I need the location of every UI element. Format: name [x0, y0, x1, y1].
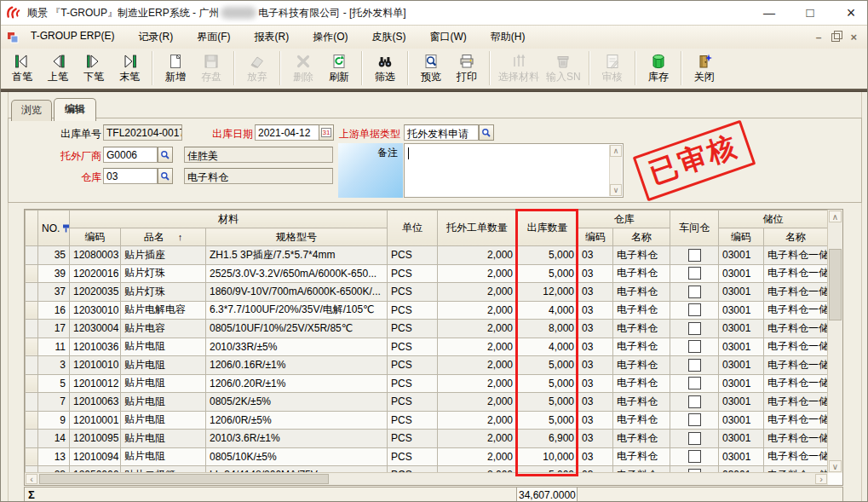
col-header-loc-name[interactable]: 名称	[764, 228, 828, 246]
cell-out_qty: 10,000	[517, 447, 578, 466]
menu-item-3[interactable]: 报表(R)	[250, 28, 292, 46]
table-row[interactable]: 1412010095贴片电阻2010/3.6R/±1%PCS2,0006,900…	[26, 430, 828, 448]
toolbar-button-next-record[interactable]: 下笔	[76, 50, 112, 84]
table-row[interactable]: 312010010贴片电阻1206/0.16R/±1%PCS2,0005,000…	[26, 356, 828, 375]
window-maximize-button[interactable]: □	[801, 1, 819, 25]
scroll-right-icon[interactable]: ›	[815, 474, 827, 484]
remark-textarea[interactable]: ∧ ∨	[404, 143, 624, 198]
toolbar-button-last-record[interactable]: 末笔	[112, 50, 147, 84]
col-header-out-qty[interactable]: 出库数量	[517, 211, 578, 246]
col-header-no[interactable]: NO.	[38, 211, 70, 246]
mdi-minimize-button[interactable]: –	[816, 32, 822, 43]
table-row[interactable]: 1712030004贴片电容0805/10UF/10%/25V/X5R/85℃P…	[26, 320, 828, 338]
col-header-order-qty[interactable]: 托外工单数量	[438, 211, 517, 246]
cell-wh_code: 03	[578, 430, 613, 448]
grid-vertical-scrollbar[interactable]: ∧ ∨	[827, 210, 842, 473]
horizontal-scroll-thumb[interactable]	[39, 474, 329, 484]
col-header-unit[interactable]: 单位	[388, 211, 438, 246]
workshop-checkbox-cell	[670, 356, 719, 375]
calendar-button[interactable]: 31	[319, 124, 334, 141]
workshop-checkbox[interactable]	[688, 395, 701, 408]
table-row[interactable]: 912010001贴片电阻1206/0R/±5%PCS2,0005,00003电…	[26, 411, 828, 430]
mdi-close-button[interactable]: ×	[850, 31, 857, 43]
remark-scrollbar[interactable]: ∧ ∨	[609, 145, 622, 196]
workshop-checkbox[interactable]	[688, 322, 701, 335]
table-row[interactable]: 1312010094贴片电阻0805/10K/±5%PCS2,00010,000…	[26, 447, 828, 466]
toolbar-button-first-record[interactable]: 首笔	[4, 50, 40, 84]
workshop-checkbox[interactable]	[688, 432, 701, 445]
out-date-field[interactable]: 2021-04-12	[255, 124, 319, 141]
col-header-spec[interactable]: 规格型号	[206, 228, 388, 246]
inventory-icon	[650, 53, 667, 70]
vendor-name-field: 佳胜美	[184, 147, 333, 163]
toolbar-button-refresh[interactable]: 刷新	[321, 50, 357, 84]
table-row[interactable]: 3912020016贴片灯珠2525/3.0V-3.2V/650mA/6000K…	[26, 264, 828, 283]
col-header-wh-name[interactable]: 名称	[613, 228, 670, 246]
table-row[interactable]: 3712020035贴片灯珠1860/9V-10V/700mA/6000K-65…	[26, 283, 828, 302]
toolbar-button-inventory[interactable]: 库存	[641, 50, 676, 84]
col-header-loc-code[interactable]: 编码	[719, 228, 764, 246]
mdi-restore-button[interactable]	[831, 33, 840, 42]
cell-spec: 6.3*7.7/100UF/20%/35V/电解/105℃	[206, 301, 388, 320]
cell-no: 13	[38, 447, 70, 466]
menu-item-7[interactable]: 帮助(H)	[487, 28, 529, 46]
table-row[interactable]: 512010012贴片电阻1206/0.20R/±1%PCS2,0005,000…	[26, 374, 828, 393]
menu-item-2[interactable]: 界面(F)	[193, 28, 233, 46]
workshop-checkbox-cell	[670, 338, 719, 356]
menu-item-0[interactable]: T-GROUP ERP(E)	[27, 28, 118, 46]
toolbar-button-close-door[interactable]: 关闭	[687, 50, 722, 84]
workshop-checkbox[interactable]	[688, 249, 701, 262]
menu-item-5[interactable]: 皮肤(S)	[368, 28, 409, 46]
scroll-down-icon[interactable]: ∨	[610, 184, 622, 196]
toolbar-button-label: 新增	[165, 71, 186, 83]
toolbar-button-preview[interactable]: 预览	[413, 50, 449, 84]
scroll-down-icon[interactable]: ∨	[829, 460, 842, 472]
vendor-lookup-button[interactable]	[158, 147, 173, 163]
toolbar-button-new-document[interactable]: 新增	[158, 50, 193, 84]
scroll-up-icon[interactable]: ∧	[829, 211, 842, 222]
table-row[interactable]: 1112010036贴片电阻2010/33R/±5%PCS2,0004,0000…	[26, 338, 828, 356]
table-row[interactable]: 712010063贴片电阻0805/2K/±5%PCS2,0005,00003电…	[26, 393, 828, 412]
upstream-type-field[interactable]: 托外发料申请	[404, 124, 479, 141]
workshop-checkbox[interactable]	[688, 286, 701, 298]
row-selector-cell	[26, 430, 38, 448]
workshop-checkbox[interactable]	[688, 340, 701, 353]
warehouse-code-field[interactable]: 03	[103, 168, 158, 184]
workshop-checkbox[interactable]	[688, 359, 701, 372]
discard-eraser-icon	[249, 53, 266, 70]
upstream-lookup-button[interactable]	[479, 124, 494, 141]
toolbar-button-label: 刷新	[329, 71, 349, 83]
table-row[interactable]: 3512080003贴片插座ZH1.5 3P插座/7.5*5.7*4mmPCS2…	[26, 246, 828, 265]
table-row[interactable]: 1612030010贴片电解电容6.3*7.7/100UF/20%/35V/电解…	[26, 301, 828, 320]
workshop-checkbox[interactable]	[688, 267, 701, 280]
cell-unit: PCS	[388, 246, 438, 265]
cell-loc_code: 03001	[719, 374, 764, 393]
col-header-workshop[interactable]: 车间仓	[670, 211, 719, 246]
scroll-left-icon[interactable]: ‹	[26, 474, 37, 484]
col-header-code[interactable]: 编码	[70, 228, 121, 246]
warehouse-lookup-button[interactable]	[158, 168, 173, 184]
col-header-wh-code[interactable]: 编码	[578, 228, 613, 246]
tab-browse[interactable]: 浏览	[11, 100, 52, 121]
toolbar-button-prev-record[interactable]: 上笔	[40, 50, 76, 84]
col-header-name[interactable]: 品名↑	[121, 228, 206, 246]
doc-no-field[interactable]: TFL202104-0017	[103, 124, 182, 141]
cell-loc_name: 电子料仓一储	[764, 264, 828, 283]
workshop-checkbox[interactable]	[688, 413, 701, 426]
workshop-checkbox[interactable]	[688, 450, 701, 463]
scroll-up-icon[interactable]: ∧	[610, 145, 622, 157]
window-close-button[interactable]: ×	[842, 1, 860, 25]
menu-item-1[interactable]: 记录(R)	[135, 28, 176, 46]
workshop-checkbox[interactable]	[688, 303, 701, 316]
window-minimize-button[interactable]: —	[760, 1, 779, 25]
vendor-code-field[interactable]: G0006	[103, 147, 158, 163]
cell-loc_code: 03001	[719, 393, 764, 412]
vertical-scroll-thumb[interactable]	[829, 249, 842, 320]
toolbar-button-print[interactable]: 打印	[449, 50, 485, 84]
toolbar-button-filter-binoculars[interactable]: 筛选	[367, 50, 403, 84]
menu-item-6[interactable]: 窗口(W)	[426, 28, 469, 46]
tab-edit[interactable]: 编辑	[54, 98, 96, 121]
menu-item-4[interactable]: 操作(O)	[309, 28, 351, 46]
grid-horizontal-scrollbar[interactable]: ‹ ›	[25, 472, 828, 485]
workshop-checkbox[interactable]	[688, 377, 701, 389]
